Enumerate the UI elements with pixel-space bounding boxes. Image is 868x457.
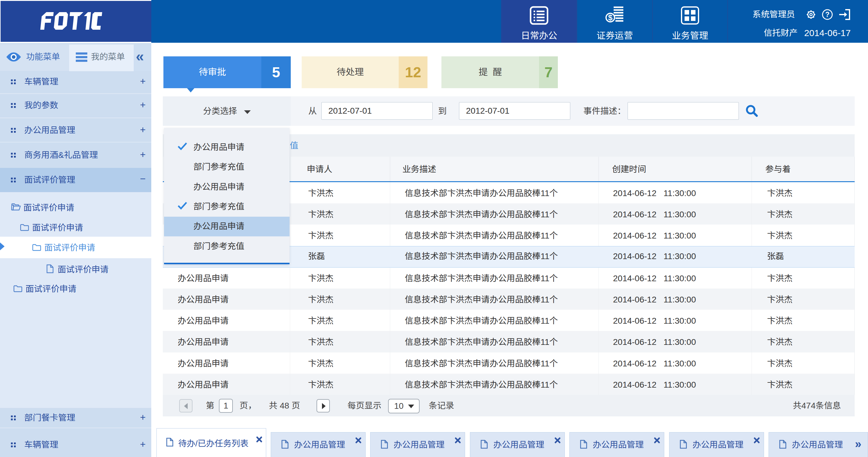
svg-text:?: ? [825, 10, 830, 19]
svg-text:$: $ [608, 13, 613, 22]
